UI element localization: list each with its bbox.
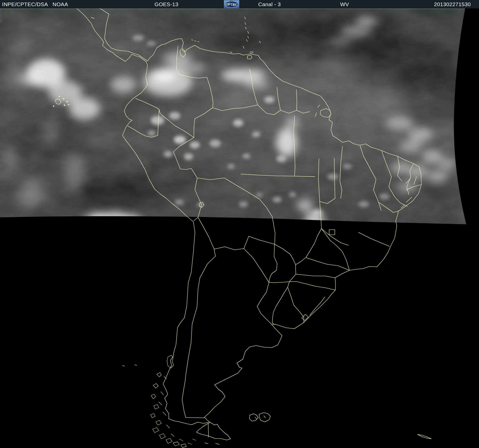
noaa-label: NOAA	[53, 1, 68, 8]
tierra-del-fuego	[196, 422, 231, 440]
header-bar: INPE/CPTEC/DSA NOAA GOES-13 CPTEC Canal …	[0, 0, 479, 8]
wv-data-region	[0, 8, 479, 240]
cptec-logo-text: CPTEC	[225, 3, 238, 6]
distrito-federal-square	[329, 230, 335, 235]
south-georgia	[418, 434, 431, 439]
satellite-label: GOES-13	[154, 1, 178, 8]
falkland-islands	[249, 413, 270, 422]
patagonia-fjords	[151, 355, 196, 447]
agency-label: INPE/CPTEC/DSA	[2, 1, 48, 8]
product-label: WV	[340, 1, 349, 8]
juan-fernandez	[122, 365, 137, 366]
satellite-image	[0, 8, 479, 448]
satellite-viewer: INPE/CPTEC/DSA NOAA GOES-13 CPTEC Canal …	[0, 0, 479, 448]
channel-label: Canal - 3	[258, 1, 281, 8]
cptec-logo-icon: CPTEC	[224, 0, 239, 8]
timestamp-label: 201302271530	[434, 1, 471, 8]
magellan-strait	[169, 419, 210, 425]
border-andes	[182, 217, 215, 418]
